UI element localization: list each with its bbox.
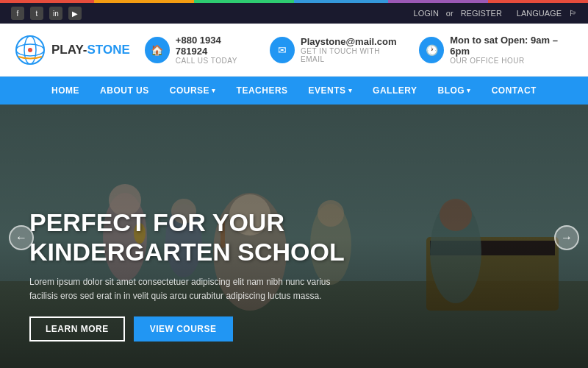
clock-icon: 🕐 <box>426 44 438 56</box>
email-info: ✉ Playstone@mail.com GET IN TOUCH WITH E… <box>270 36 401 63</box>
twitter-icon[interactable]: t <box>30 7 43 20</box>
email-icon-wrap: ✉ <box>270 37 295 63</box>
flag-icon: 🏳 <box>569 9 577 18</box>
arrow-left-icon: ← <box>15 231 27 244</box>
logo-icon <box>15 35 46 66</box>
home-icon: 🏠 <box>151 44 163 56</box>
svg-point-3 <box>28 48 32 52</box>
register-link[interactable]: REGISTER <box>461 9 502 18</box>
social-links: f t in ▶ <box>11 7 82 20</box>
hero-buttons: LEARN MORE VIEW COURSE <box>29 316 345 342</box>
header: PLAY-STONE 🏠 +880 1934 781924 CALL US TO… <box>0 24 588 77</box>
nav-teachers[interactable]: TEACHERS <box>226 77 298 105</box>
hours-info: 🕐 Mon to sat Open: 9am – 6pm OUR OFFICE … <box>419 35 573 65</box>
hero-description: Lorem ipsum dolor sit amet consectetuer … <box>29 275 338 303</box>
nav-course[interactable]: COURSE ▾ <box>159 77 226 105</box>
hero-section: ← PERFECT FOR YOUR KINDERGARTEN SCHOOL L… <box>0 105 588 368</box>
carousel-next-button[interactable]: → <box>554 225 579 250</box>
hero-content: PERFECT FOR YOUR KINDERGARTEN SCHOOL Lor… <box>29 208 345 342</box>
nav-events[interactable]: EVENTS ▾ <box>298 77 363 105</box>
youtube-icon[interactable]: ▶ <box>68 7 82 20</box>
course-arrow: ▾ <box>212 87 216 94</box>
learn-more-button[interactable]: LEARN MORE <box>29 316 125 342</box>
blog-arrow: ▾ <box>467 87 471 94</box>
carousel-prev-button[interactable]: ← <box>9 225 34 250</box>
nav-gallery[interactable]: GALLERY <box>362 77 427 105</box>
hero-title: PERFECT FOR YOUR KINDERGARTEN SCHOOL <box>29 208 345 266</box>
mail-icon: ✉ <box>278 44 287 56</box>
arrow-right-icon: → <box>561 231 573 244</box>
clock-icon-wrap: 🕐 <box>419 37 444 63</box>
nav-contact[interactable]: CONTACT <box>481 77 547 105</box>
email-text: Playstone@mail.com GET IN TOUCH WITH EMA… <box>301 36 401 63</box>
phone-text: +880 1934 781924 CALL US TODAY <box>176 35 251 65</box>
facebook-icon[interactable]: f <box>11 7 24 20</box>
events-arrow: ▾ <box>348 87 353 94</box>
phone-info: 🏠 +880 1934 781924 CALL US TODAY <box>145 35 251 65</box>
nav-about[interactable]: ABOUT US <box>90 77 159 105</box>
nav-home[interactable]: HOME <box>41 77 90 105</box>
logo[interactable]: PLAY-STONE <box>15 35 130 66</box>
nav-blog[interactable]: BLOG ▾ <box>427 77 481 105</box>
login-link[interactable]: LOGIN <box>414 9 439 18</box>
language-label: LANGUAGE <box>517 9 562 18</box>
view-course-button[interactable]: VIEW COURSE <box>134 316 233 342</box>
logo-text: PLAY-STONE <box>51 43 130 57</box>
top-bar: f t in ▶ LOGIN or REGISTER LANGUAGE 🏳 <box>0 3 588 24</box>
or-separator: or <box>446 9 453 18</box>
main-nav: HOME ABOUT US COURSE ▾ TEACHERS EVENTS ▾… <box>0 77 588 105</box>
header-info: 🏠 +880 1934 781924 CALL US TODAY ✉ Plays… <box>145 35 573 65</box>
top-bar-right: LOGIN or REGISTER LANGUAGE 🏳 <box>414 9 577 18</box>
hours-text: Mon to sat Open: 9am – 6pm OUR OFFICE HO… <box>450 35 573 65</box>
phone-icon-wrap: 🏠 <box>145 37 170 63</box>
instagram-icon[interactable]: in <box>49 7 62 20</box>
